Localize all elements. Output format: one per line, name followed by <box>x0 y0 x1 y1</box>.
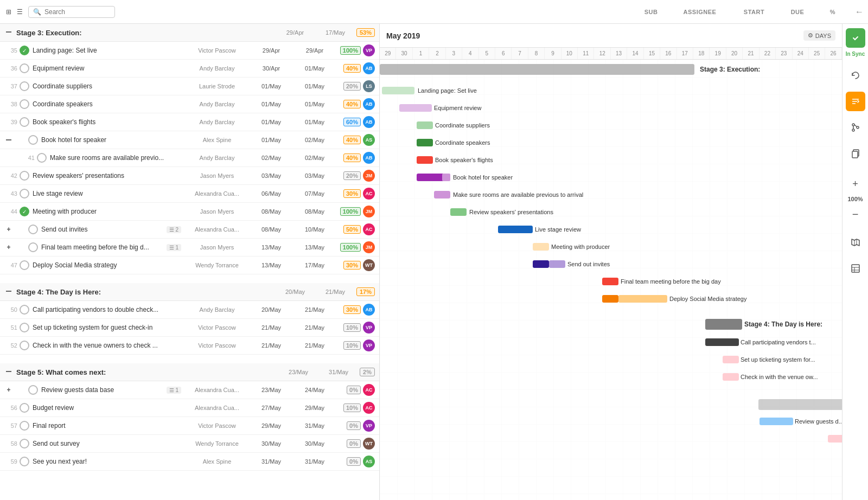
search-box[interactable]: 🔍 <box>28 6 115 18</box>
task-name: Final team meeting before the big d... <box>41 243 167 251</box>
task-due: 31/May <box>293 422 336 429</box>
table-button[interactable] <box>846 259 865 278</box>
branch-button[interactable] <box>846 118 865 137</box>
sync-check-button[interactable] <box>846 28 865 48</box>
gantt-days-label: DAYS <box>815 33 831 39</box>
task-row[interactable]: 59 See you next year! Alex Spine 31/May … <box>0 453 379 471</box>
task-row[interactable]: + Final team meeting before the big d...… <box>0 239 379 257</box>
task-check[interactable] <box>20 439 29 448</box>
task-due: 13/May <box>293 244 336 251</box>
task-row[interactable]: 42 Review speakers' presentations Jason … <box>0 167 379 185</box>
svg-rect-15 <box>417 156 433 164</box>
day-cell: 26 <box>825 48 841 59</box>
task-check[interactable] <box>20 99 29 109</box>
task-pct: 50% <box>336 226 361 233</box>
subtask-icon: ☰ <box>169 227 174 233</box>
task-pct: 10% <box>336 342 361 349</box>
task-row[interactable]: 47 Deploy Social Media strategy Wendy To… <box>0 257 379 274</box>
stage3-toggle[interactable] <box>4 28 13 37</box>
zoom-in-button[interactable]: + <box>846 174 865 194</box>
task-check[interactable] <box>20 171 29 181</box>
task-pct: 100% <box>336 243 361 251</box>
svg-rect-2 <box>6 291 11 292</box>
task-row[interactable]: 57 Final report Victor Pascow 29/May 31/… <box>0 417 379 435</box>
stage3-title: Stage 3: Execution: <box>16 29 276 37</box>
grid-icon[interactable]: ⊞ <box>4 8 13 16</box>
task-row[interactable]: 35 Landing page: Set live Victor Pascow … <box>0 42 379 60</box>
svg-rect-33 <box>602 295 618 303</box>
task-name: Coordinate speakers <box>33 100 184 108</box>
col-header-due: DUE <box>776 9 819 15</box>
copy-button[interactable] <box>846 144 865 163</box>
map-button[interactable] <box>846 233 865 252</box>
task-check[interactable] <box>20 341 29 350</box>
task-check[interactable] <box>28 385 38 395</box>
task-check[interactable] <box>20 260 29 270</box>
gantt-settings-btn[interactable]: ⚙ DAYS <box>803 30 835 41</box>
add-task-icon[interactable]: + <box>4 386 13 394</box>
stage4-header[interactable]: Stage 4: The Day is Here: 20/May 21/May … <box>0 283 379 301</box>
subtask-badge[interactable]: ☰ 2 <box>167 226 181 233</box>
header: ⊞ ☰ 🔍 SUB ASSIGNEE START DUE % ← <box>0 0 868 24</box>
svg-text:Deploy Social Media strategy: Deploy Social Media strategy <box>669 296 747 302</box>
task-row[interactable]: 44 Meeting with producer Jason Myers 08/… <box>0 203 379 221</box>
task-check[interactable] <box>20 189 29 198</box>
task-check[interactable] <box>28 225 38 234</box>
task-row[interactable]: 38 Coordinate speakers Andy Barclay 01/M… <box>0 95 379 113</box>
task-check[interactable] <box>20 207 29 216</box>
task-row[interactable]: 56 Budget review Alexandra Cua... 27/May… <box>0 399 379 417</box>
avatar: VP <box>363 44 375 56</box>
task-check[interactable] <box>20 323 29 332</box>
task-row[interactable]: + Send out invites ☰ 2 Alexandra Cua... … <box>0 221 379 239</box>
add-task-icon[interactable]: + <box>4 243 13 252</box>
avatar: JM <box>363 170 375 182</box>
task-check[interactable] <box>20 421 29 431</box>
task-num: 59 <box>4 458 17 465</box>
task-row[interactable]: 39 Book speaker's flights Andy Barclay 0… <box>0 113 379 131</box>
task-check[interactable] <box>20 46 29 55</box>
task-row[interactable]: 52 Check in with the venue owners to che… <box>0 337 379 355</box>
stage3-due: 17/May <box>316 29 354 36</box>
task-assignee: Victor Pascow <box>184 47 250 54</box>
task-check[interactable] <box>28 242 38 252</box>
stage5-header[interactable]: Stage 5: What comes next: 23/May 31/May … <box>0 363 379 381</box>
add-task-icon[interactable]: + <box>4 225 13 234</box>
day-cell: 1 <box>413 48 429 59</box>
task-row[interactable]: 43 Live stage review Alexandra Cua... 06… <box>0 185 379 203</box>
subtask-badge[interactable]: ☰ 1 <box>167 244 181 251</box>
svg-text:Send out invites: Send out invites <box>567 261 610 267</box>
task-check[interactable] <box>20 63 29 73</box>
task-check[interactable] <box>20 403 29 413</box>
svg-text:Meeting with producer: Meeting with producer <box>551 243 610 250</box>
task-pct: 0% <box>336 386 361 394</box>
task-row[interactable]: 58 Send out survey Wendy Torrance 30/May… <box>0 435 379 453</box>
list-icon[interactable]: ☰ <box>15 8 24 16</box>
expand-icon[interactable] <box>4 136 13 144</box>
search-input[interactable] <box>44 8 110 16</box>
undo-button[interactable] <box>846 66 865 85</box>
task-check[interactable] <box>20 81 29 91</box>
task-row[interactable]: 51 Set up ticketing system for guest che… <box>0 319 379 337</box>
back-button[interactable]: ← <box>855 7 864 17</box>
task-row[interactable]: 36 Equipment review Andy Barclay 30/Apr … <box>0 60 379 78</box>
stage3-header[interactable]: Stage 3: Execution: 29/Apr 17/May 53% <box>0 24 379 42</box>
task-pct: 100% <box>336 47 361 54</box>
task-check[interactable] <box>20 457 29 466</box>
task-start: 01/May <box>250 137 293 143</box>
task-check[interactable] <box>28 135 38 145</box>
task-check[interactable] <box>37 153 47 163</box>
task-row[interactable]: 41 Make sure rooms are available previo.… <box>0 149 379 167</box>
task-row[interactable]: + Review guests data base ☰ 1 Alexandra … <box>0 381 379 399</box>
task-name: Coordinate suppliers <box>33 82 184 90</box>
task-check[interactable] <box>20 117 29 127</box>
header-icons: ⊞ ☰ <box>4 8 24 16</box>
subtask-badge[interactable]: ☰ 1 <box>167 387 181 394</box>
task-row[interactable]: 37 Coordinate suppliers Laurie Strode 01… <box>0 78 379 95</box>
zoom-out-button[interactable]: − <box>846 204 865 224</box>
task-row[interactable]: Book hotel for speaker Alex Spine 01/May… <box>0 131 379 149</box>
task-check[interactable] <box>20 305 29 315</box>
stage5-toggle[interactable] <box>4 368 13 376</box>
stage4-toggle[interactable] <box>4 287 13 296</box>
task-row[interactable]: 50 Call participating vendors to double … <box>0 301 379 319</box>
sort-button[interactable] <box>846 92 865 111</box>
